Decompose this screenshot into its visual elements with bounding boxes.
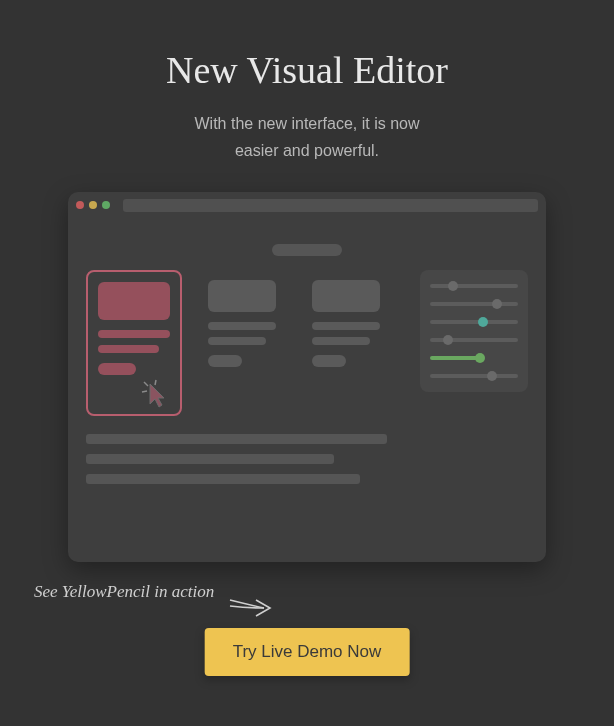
window-minimize-icon [89,201,97,209]
subtitle-line: easier and powerful. [235,142,379,159]
subtitle-line: With the new interface, it is now [195,115,420,132]
mock-card [302,270,390,370]
svg-line-0 [144,382,148,386]
page-subtitle: With the new interface, it is now easier… [195,110,420,164]
window-titlebar [68,192,546,218]
slider-control [430,338,518,342]
slider-control [430,374,518,378]
svg-line-1 [155,380,156,385]
slider-control-active [430,356,478,360]
editor-preview-illustration [68,192,546,562]
callout-text: See YellowPencil in action [34,582,214,602]
window-close-icon [76,201,84,209]
cursor-icon [140,378,172,410]
mock-card [198,270,286,370]
mock-text-block [86,434,528,484]
preview-canvas [68,218,546,562]
url-bar-placeholder [123,199,538,212]
svg-line-2 [142,391,147,392]
arrow-icon [228,594,274,620]
slider-control [430,284,518,288]
window-maximize-icon [102,201,110,209]
try-demo-button[interactable]: Try Live Demo Now [205,628,410,676]
slider-control [430,320,518,324]
page-title: New Visual Editor [166,48,448,92]
mock-heading [272,244,342,256]
control-panel [420,270,528,392]
mock-card-selected [86,270,182,416]
slider-control [430,302,518,306]
